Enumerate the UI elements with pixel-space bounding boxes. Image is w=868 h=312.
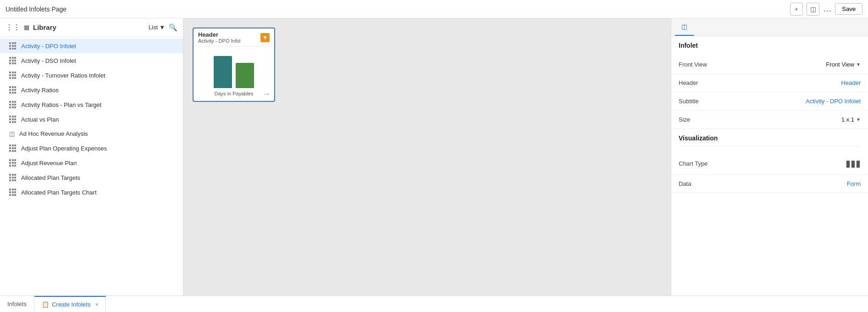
sidebar-item-allocated-plan[interactable]: Allocated Plan Targets xyxy=(0,170,183,185)
search-icon: 🔍 xyxy=(169,23,177,31)
panel-toggle-button[interactable]: ◫ xyxy=(807,3,819,16)
front-view-text: Front View xyxy=(826,61,854,68)
sidebar-item-activity-turnover[interactable]: Activity - Turnover Ratios Infolet xyxy=(0,68,183,83)
sidebar-item-label: Activity Ratios xyxy=(21,87,59,94)
header-label: Header xyxy=(679,79,698,86)
add-icon: ＋ xyxy=(793,5,800,13)
grid-icon xyxy=(9,145,17,152)
data-row: Data Form xyxy=(671,175,868,193)
list-dropdown-button[interactable]: List ▼ xyxy=(149,24,165,31)
tab-icon: 📋 xyxy=(42,301,49,308)
sidebar-item-ad-hoc-revenue[interactable]: ◫Ad Hoc Revenue Analysis xyxy=(0,127,183,141)
size-row: Size 1 x 1 ▼ xyxy=(671,111,868,129)
chart-type-row: Chart Type ▮▮▮ xyxy=(671,152,868,175)
sidebar-item-label: Allocated Plan Targets xyxy=(21,174,80,181)
grid-icon xyxy=(9,116,17,123)
size-value: 1 x 1 ▼ xyxy=(841,116,861,123)
card-title: Header xyxy=(198,31,240,38)
sidebar-item-activity-dso[interactable]: Activity - DSO Infolet xyxy=(0,53,183,68)
sidebar-header: ⋮⋮ ▩ Library List ▼ 🔍 xyxy=(0,18,183,37)
panel-infolet-section: Infolet xyxy=(671,36,868,56)
sidebar-item-label: Activity - DSO Infolet xyxy=(21,57,76,64)
header-row: Header Header xyxy=(671,74,868,92)
chart-type-bar-icon[interactable]: ▮▮▮ xyxy=(846,158,861,169)
more-options-button[interactable]: … xyxy=(823,4,831,14)
subtitle-row: Subtitle Activity - DPO Infolet xyxy=(671,92,868,111)
tab-label: Infolets xyxy=(7,301,27,307)
grid-icon xyxy=(9,42,17,50)
sidebar-list: Activity - DPO Infolet Activity - DSO In… xyxy=(0,37,183,295)
card-header-text: Header Activity - DPO Infol xyxy=(198,31,240,44)
chart-type-label: Chart Type xyxy=(679,160,708,167)
sidebar-item-label: Allocated Plan Targets Chart xyxy=(21,189,97,196)
card-body: Days in Payables xyxy=(194,47,274,101)
home-grid-icon: ⋮⋮ xyxy=(6,23,20,32)
bottom-tab-create-infolets[interactable]: 📋Create Infolets× xyxy=(34,296,106,312)
size-dropdown-icon[interactable]: ▼ xyxy=(856,117,861,122)
data-label: Data xyxy=(679,180,691,187)
visualization-section: Visualization xyxy=(671,129,868,152)
visualization-title: Visualization xyxy=(679,134,861,147)
tab-label: Create Infolets xyxy=(52,301,91,308)
table-icon: ◫ xyxy=(9,130,15,137)
card-header-area: Header Activity - DPO Infol ▼ xyxy=(194,28,274,47)
infolet-card[interactable]: Header Activity - DPO Infol ▼ Days in Pa… xyxy=(193,28,275,102)
add-button[interactable]: ＋ xyxy=(790,3,803,16)
grid-icon xyxy=(9,72,17,79)
sidebar: ⋮⋮ ▩ Library List ▼ 🔍 Activity - DPO Inf… xyxy=(0,18,183,295)
infolet-section-title: Infolet xyxy=(679,42,861,49)
sidebar-item-label: Ad Hoc Revenue Analysis xyxy=(19,130,88,137)
sidebar-item-label: Adjust Revenue Plan xyxy=(21,160,77,167)
front-view-value: Front View ▼ xyxy=(826,61,861,68)
sidebar-item-label: Activity - Turnover Ratios Infolet xyxy=(21,72,105,79)
grid-icon xyxy=(9,189,17,196)
bottom-tabs: Infolets📋Create Infolets× xyxy=(0,295,868,312)
chart-icon: ▩ xyxy=(24,24,29,31)
card-menu-button[interactable]: ▼ xyxy=(260,33,270,42)
canvas[interactable]: Header Activity - DPO Infol ▼ Days in Pa… xyxy=(183,18,671,295)
sidebar-item-adjust-plan[interactable]: Adjust Plan Operating Expenses xyxy=(0,141,183,156)
front-view-row: Front View Front View ▼ xyxy=(671,56,868,74)
front-view-label: Front View xyxy=(679,61,707,68)
grid-icon xyxy=(9,174,17,181)
sidebar-item-label: Activity Ratios - Plan vs Target xyxy=(21,101,101,108)
sidebar-item-adjust-revenue[interactable]: Adjust Revenue Plan xyxy=(0,156,183,170)
sidebar-item-label: Activity - DPO Infolet xyxy=(21,43,76,50)
save-button[interactable]: Save xyxy=(835,3,862,15)
panel-tab-table[interactable]: ◫ xyxy=(675,18,694,36)
search-button[interactable]: 🔍 xyxy=(169,23,177,32)
subtitle-value[interactable]: Activity - DPO Infolet xyxy=(806,98,861,105)
panel-tabs: ◫ xyxy=(671,18,868,36)
grid-icon xyxy=(9,159,17,167)
size-text: 1 x 1 xyxy=(841,116,854,123)
card-arrow-icon: → xyxy=(263,90,271,98)
grid-icon xyxy=(9,57,17,64)
sidebar-item-activity-dpo[interactable]: Activity - DPO Infolet xyxy=(0,39,183,53)
main-area: ⋮⋮ ▩ Library List ▼ 🔍 Activity - DPO Inf… xyxy=(0,18,868,295)
size-label: Size xyxy=(679,116,690,123)
sidebar-item-label: Adjust Plan Operating Expenses xyxy=(21,145,107,152)
sidebar-item-activity-ratios[interactable]: Activity Ratios xyxy=(0,83,183,97)
data-value[interactable]: Form xyxy=(847,180,861,187)
sidebar-item-activity-ratios-plan[interactable]: Activity Ratios - Plan vs Target xyxy=(0,97,183,112)
sidebar-item-actual-vs-plan[interactable]: Actual vs Plan xyxy=(0,112,183,127)
grid-icon xyxy=(9,101,17,108)
bottom-tab-infolets[interactable]: Infolets xyxy=(0,296,34,312)
table-layout-icon: ◫ xyxy=(681,23,687,30)
top-bar-actions: ＋ ◫ … Save xyxy=(790,3,862,16)
header-value[interactable]: Header xyxy=(841,79,861,86)
subtitle-label: Subtitle xyxy=(679,98,698,105)
bar-chart xyxy=(214,51,254,88)
list-label: List xyxy=(149,24,158,31)
sidebar-title: Library xyxy=(33,23,145,31)
right-panel: ◫ Infolet Front View Front View ▼ Header… xyxy=(671,18,868,295)
tab-close-icon[interactable]: × xyxy=(95,301,98,308)
sidebar-item-allocated-plan-chart[interactable]: Allocated Plan Targets Chart xyxy=(0,185,183,200)
bar-2 xyxy=(236,63,254,88)
front-view-dropdown-icon[interactable]: ▼ xyxy=(856,62,861,67)
sidebar-item-label: Actual vs Plan xyxy=(21,116,59,123)
page-title: Untitled Infolets Page xyxy=(6,6,66,13)
card-subtitle: Activity - DPO Infol xyxy=(198,38,240,44)
list-chevron-icon: ▼ xyxy=(159,24,165,31)
panel-icon: ◫ xyxy=(810,6,816,13)
